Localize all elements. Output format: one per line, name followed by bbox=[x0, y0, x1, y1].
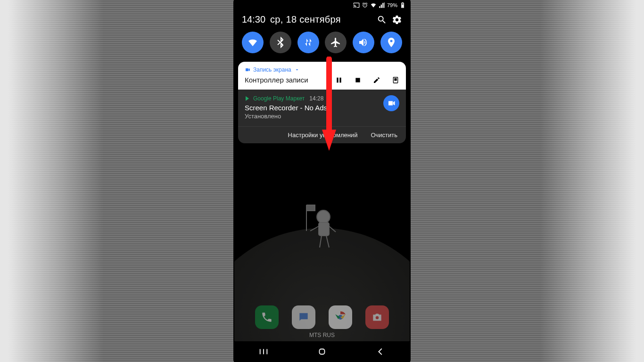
notification-time: 14:28 bbox=[309, 95, 323, 102]
carrier-label: MTS RUS bbox=[234, 332, 410, 338]
video-icon bbox=[245, 67, 250, 73]
pause-icon[interactable] bbox=[335, 76, 343, 84]
notification-app-name: Google Play Маркет bbox=[253, 95, 305, 102]
clear-all-button[interactable]: Очистить bbox=[371, 132, 397, 139]
phone-frame: 79% 14:30 ср, 18 сентября Запись экрана … bbox=[234, 0, 410, 362]
app-chrome[interactable] bbox=[329, 305, 352, 329]
svg-line-10 bbox=[329, 226, 336, 232]
stop-icon[interactable] bbox=[354, 76, 362, 84]
app-phone[interactable] bbox=[255, 305, 279, 329]
svg-line-11 bbox=[320, 236, 322, 247]
notification-app-header: Google Play Маркет 14:28 bbox=[245, 95, 379, 102]
alarm-icon bbox=[362, 2, 368, 8]
notification-play-store[interactable]: Google Play Маркет 14:28 Screen Recorder… bbox=[238, 90, 406, 126]
gear-icon[interactable] bbox=[392, 15, 402, 25]
toggle-sound[interactable] bbox=[353, 32, 374, 53]
search-icon[interactable] bbox=[377, 15, 387, 25]
edit-icon[interactable] bbox=[373, 76, 380, 84]
toggle-mobile-data[interactable] bbox=[297, 32, 319, 53]
toggle-airplane[interactable] bbox=[325, 32, 347, 53]
camera-icon bbox=[387, 99, 396, 107]
notification-title: Screen Recorder - No Ads bbox=[245, 104, 379, 112]
quick-settings-row bbox=[234, 32, 410, 62]
svg-point-15 bbox=[376, 316, 379, 320]
app-install-badge[interactable] bbox=[383, 95, 399, 111]
notifications-panel: Запись экрана Контроллер записи Google P… bbox=[238, 62, 406, 143]
notification-app-name: Запись экрана bbox=[253, 66, 291, 73]
battery-percent: 79% bbox=[387, 2, 397, 8]
nav-back-button[interactable] bbox=[375, 346, 386, 357]
app-camera[interactable] bbox=[365, 305, 389, 329]
recording-controls bbox=[335, 76, 399, 84]
notification-screen-recording[interactable]: Запись экрана Контроллер записи bbox=[238, 62, 406, 90]
svg-rect-8 bbox=[319, 222, 329, 236]
svg-rect-5 bbox=[394, 78, 396, 81]
svg-rect-19 bbox=[320, 349, 325, 354]
nav-home-button[interactable] bbox=[317, 346, 327, 357]
svg-line-9 bbox=[310, 226, 319, 231]
cell-signal-icon bbox=[379, 2, 385, 8]
notification-app-header: Запись экрана bbox=[245, 66, 399, 73]
play-store-icon bbox=[245, 96, 250, 101]
home-dock bbox=[234, 305, 410, 329]
svg-point-7 bbox=[317, 210, 330, 223]
header-date: ср, 18 сентября bbox=[270, 14, 341, 25]
notification-settings-button[interactable]: Настройки уведомлений bbox=[288, 132, 358, 139]
notification-title: Контроллер записи bbox=[245, 76, 335, 84]
svg-rect-0 bbox=[402, 4, 404, 7]
svg-rect-2 bbox=[339, 77, 341, 82]
app-messages[interactable] bbox=[292, 305, 315, 329]
nav-recent-button[interactable] bbox=[258, 346, 269, 357]
svg-line-12 bbox=[326, 236, 329, 247]
wifi-signal-icon bbox=[370, 2, 377, 8]
navigation-bar bbox=[234, 341, 410, 362]
status-bar: 79% bbox=[234, 0, 410, 10]
notification-subtitle: Установлено bbox=[245, 113, 379, 120]
clock-time: 14:30 bbox=[242, 14, 265, 25]
front-camera-icon[interactable] bbox=[392, 76, 399, 84]
toggle-wifi[interactable] bbox=[242, 32, 264, 53]
astronaut-illustration bbox=[301, 203, 343, 255]
battery-icon bbox=[399, 2, 406, 8]
svg-rect-1 bbox=[337, 77, 338, 82]
toggle-location[interactable] bbox=[380, 32, 402, 53]
toggle-bluetooth[interactable] bbox=[270, 32, 291, 53]
cast-icon bbox=[353, 2, 360, 8]
notification-shade-header: 14:30 ср, 18 сентября bbox=[234, 10, 410, 32]
notification-footer: Настройки уведомлений Очистить bbox=[238, 126, 406, 143]
chevron-down-icon[interactable] bbox=[294, 67, 300, 73]
svg-rect-3 bbox=[355, 78, 360, 82]
